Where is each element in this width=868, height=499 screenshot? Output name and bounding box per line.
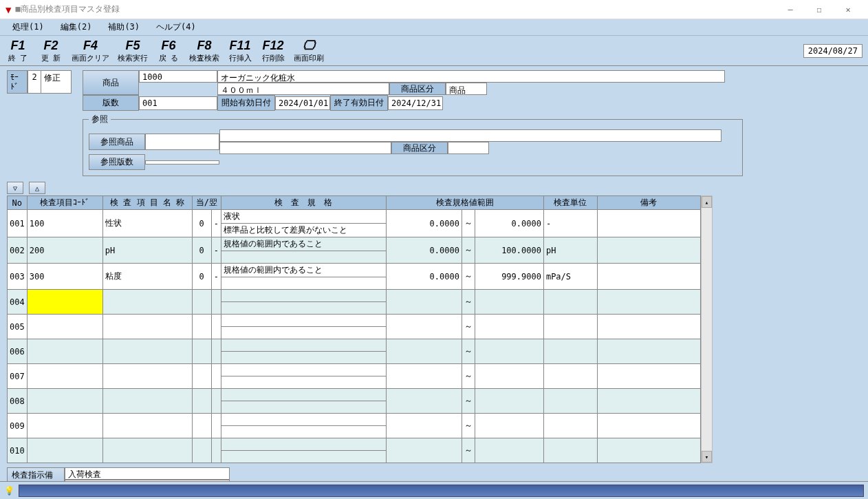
grid-cell[interactable]: 0 [192, 210, 211, 237]
f11-insert-row[interactable]: F11行挿入 [228, 39, 252, 63]
f1-exit[interactable]: F1終 了 [6, 39, 30, 63]
grid-cell[interactable]: - [543, 210, 597, 237]
grid-cell[interactable] [221, 290, 386, 302]
grid-cell[interactable]: pH [543, 237, 597, 264]
mode-value[interactable]: 2 [28, 70, 41, 94]
grid-cell[interactable] [221, 277, 386, 290]
grid-cell[interactable]: 粘度 [102, 264, 192, 290]
grid-cell[interactable] [475, 364, 543, 389]
menu-assist[interactable]: 補助(3) [101, 20, 147, 34]
grid-cell[interactable]: pH [102, 237, 192, 264]
grid-cell[interactable]: 0.0000 [386, 264, 462, 290]
grid-cell[interactable] [27, 364, 102, 389]
grid-cell[interactable]: 0.0000 [386, 210, 462, 237]
grid-cell[interactable]: 100.0000 [475, 237, 543, 264]
grid-cell[interactable] [543, 414, 597, 438]
grid-cell[interactable]: 300 [27, 264, 102, 290]
grid-cell[interactable] [221, 451, 386, 463]
end-date-field[interactable]: 2024/12/31 [388, 96, 443, 110]
grid-cell[interactable] [192, 315, 211, 339]
grid-cell[interactable]: ～ [462, 290, 475, 315]
f2-update[interactable]: F2更 新 [39, 39, 63, 63]
grid-cell[interactable] [27, 414, 102, 438]
grid-cell[interactable] [543, 364, 597, 389]
grid-cell[interactable]: 100 [27, 210, 102, 237]
grid-cell[interactable] [597, 315, 700, 339]
grid-cell[interactable] [221, 376, 386, 389]
grid-cell[interactable] [597, 438, 700, 463]
grid-cell[interactable] [221, 327, 386, 339]
scroll-up-icon[interactable]: ▴ [702, 196, 712, 208]
grid-cell[interactable]: - [211, 210, 221, 237]
product-button[interactable]: 商品 [83, 70, 139, 95]
grid-cell[interactable] [475, 414, 543, 438]
grid-cell[interactable]: 規格値の範囲内であること [221, 264, 386, 277]
grid-cell[interactable] [597, 237, 700, 264]
grid-cell[interactable]: 002 [8, 237, 28, 264]
grid-cell[interactable]: 200 [27, 237, 102, 264]
grid-cell[interactable]: 005 [8, 315, 28, 339]
grid-cell[interactable] [211, 339, 221, 364]
note-line1[interactable]: 入荷検査 [65, 467, 230, 480]
menu-edit[interactable]: 編集(2) [54, 20, 99, 34]
grid-cell[interactable] [27, 389, 102, 414]
scroll-down-icon[interactable]: ▾ [702, 451, 712, 463]
grid-cell[interactable] [597, 210, 700, 237]
grid-cell[interactable] [102, 290, 192, 315]
grid-cell[interactable] [221, 352, 386, 364]
grid-cell[interactable] [211, 438, 221, 463]
grid-cell[interactable] [475, 438, 543, 463]
grid-cell[interactable]: mPa/S [543, 264, 597, 290]
grid-cell[interactable] [475, 315, 543, 339]
grid-cell[interactable]: ～ [462, 414, 475, 438]
menu-help[interactable]: ヘルプ(4) [149, 20, 203, 34]
grid-cell[interactable] [543, 389, 597, 414]
f4-clear[interactable]: F4画面クリア [72, 39, 109, 63]
menu-process[interactable]: 処理(1) [6, 20, 51, 34]
grid-cell[interactable]: 標準品と比較して差異がないこと [221, 224, 386, 237]
grid-cell[interactable]: 規格値の範囲内であること [221, 237, 386, 251]
grid-cell[interactable] [221, 364, 386, 376]
grid-cell[interactable]: 0 [192, 264, 211, 290]
grid-cell[interactable]: 999.9000 [475, 264, 543, 290]
f12-delete-row[interactable]: F12行削除 [261, 39, 285, 63]
grid-cell[interactable] [597, 414, 700, 438]
grid-cell[interactable] [386, 315, 462, 339]
maximize-button[interactable]: ☐ [805, 0, 834, 19]
grid-cell[interactable]: 004 [8, 290, 28, 315]
grid-cell[interactable] [192, 364, 211, 389]
grid-cell[interactable] [597, 364, 700, 389]
grid-cell[interactable]: ～ [462, 364, 475, 389]
close-button[interactable]: ✕ [834, 0, 862, 19]
minimize-button[interactable]: ― [776, 0, 805, 19]
grid-cell[interactable] [597, 290, 700, 315]
grid-cell[interactable] [221, 315, 386, 327]
grid-cell[interactable] [192, 389, 211, 414]
grid-cell[interactable]: 003 [8, 264, 28, 290]
grid-cell[interactable] [102, 315, 192, 339]
grid-cell[interactable] [543, 339, 597, 364]
nav-up-button[interactable]: △ [29, 182, 45, 194]
grid-cell[interactable] [192, 290, 211, 315]
grid-cell[interactable] [221, 414, 386, 426]
grid-cell[interactable] [221, 438, 386, 451]
grid-cell[interactable] [211, 364, 221, 389]
grid-cell[interactable] [192, 339, 211, 364]
grid-cell[interactable]: 0 [192, 237, 211, 264]
grid-cell[interactable] [221, 302, 386, 315]
product-code-field[interactable]: 1000 [139, 70, 217, 83]
nav-down-button[interactable]: ▽ [7, 182, 23, 194]
grid-cell[interactable] [475, 389, 543, 414]
grid-cell[interactable] [221, 339, 386, 352]
grid-cell[interactable] [386, 290, 462, 315]
grid-cell[interactable] [597, 264, 700, 290]
grid-cell[interactable]: ～ [462, 339, 475, 364]
grid-cell[interactable] [221, 401, 386, 414]
grid-cell[interactable] [386, 389, 462, 414]
grid-cell[interactable]: ～ [462, 264, 475, 290]
grid-cell[interactable] [102, 438, 192, 463]
grid-cell[interactable] [221, 251, 386, 264]
grid-cell[interactable] [27, 315, 102, 339]
grid-cell[interactable] [221, 426, 386, 438]
grid-cell[interactable]: ～ [462, 389, 475, 414]
